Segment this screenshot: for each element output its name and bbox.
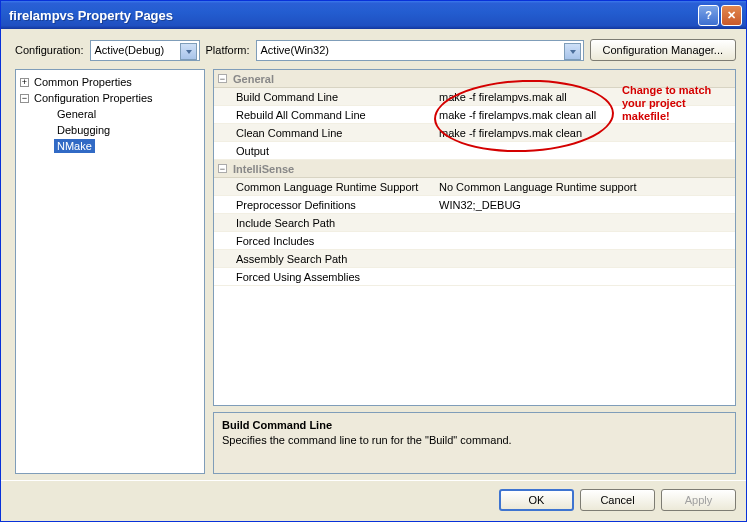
row-include-search[interactable]: Include Search Path	[214, 214, 735, 232]
minus-icon[interactable]: −	[20, 94, 29, 103]
plus-icon[interactable]: +	[20, 78, 29, 87]
tree-item-configuration-properties[interactable]: − Configuration Properties	[18, 90, 202, 106]
row-assembly-search[interactable]: Assembly Search Path	[214, 250, 735, 268]
row-forced-includes[interactable]: Forced Includes	[214, 232, 735, 250]
titlebar: firelampvs Property Pages ? ✕	[1, 1, 746, 29]
group-general[interactable]: − General	[214, 70, 735, 88]
row-preprocessor[interactable]: Preprocessor Definitions WIN32;_DEBUG	[214, 196, 735, 214]
cancel-button[interactable]: Cancel	[580, 489, 655, 511]
description-title: Build Command Line	[222, 419, 727, 431]
help-button[interactable]: ?	[698, 5, 719, 26]
window-title: firelampvs Property Pages	[9, 8, 698, 23]
ok-button[interactable]: OK	[499, 489, 574, 511]
row-clr-support[interactable]: Common Language Runtime Support No Commo…	[214, 178, 735, 196]
tree-item-debugging[interactable]: Debugging	[18, 122, 202, 138]
row-rebuild-command[interactable]: Rebuild All Command Line make -f firelam…	[214, 106, 735, 124]
row-forced-assemblies[interactable]: Forced Using Assemblies	[214, 268, 735, 286]
group-intellisense[interactable]: − IntelliSense	[214, 160, 735, 178]
platform-combo[interactable]: Active(Win32)	[256, 40, 584, 61]
configuration-combo[interactable]: Active(Debug)	[90, 40, 200, 61]
platform-label: Platform:	[206, 44, 250, 56]
close-button[interactable]: ✕	[721, 5, 742, 26]
categories-tree[interactable]: + Common Properties − Configuration Prop…	[15, 69, 205, 474]
configuration-label: Configuration:	[15, 44, 84, 56]
tree-item-common-properties[interactable]: + Common Properties	[18, 74, 202, 90]
row-build-command[interactable]: Build Command Line make -f firelampvs.ma…	[214, 88, 735, 106]
tree-item-general[interactable]: General	[18, 106, 202, 122]
configuration-manager-button[interactable]: Configuration Manager...	[590, 39, 736, 61]
row-clean-command[interactable]: Clean Command Line make -f firelampvs.ma…	[214, 124, 735, 142]
apply-button[interactable]: Apply	[661, 489, 736, 511]
property-pages-window: firelampvs Property Pages ? ✕ Configurat…	[0, 0, 747, 522]
description-panel: Build Command Line Specifies the command…	[213, 412, 736, 474]
minus-icon[interactable]: −	[218, 74, 227, 83]
tree-item-nmake[interactable]: NMake	[18, 138, 202, 154]
description-text: Specifies the command line to run for th…	[222, 434, 727, 446]
row-output[interactable]: Output	[214, 142, 735, 160]
dialog-footer: OK Cancel Apply	[1, 480, 746, 521]
toolbar: Configuration: Active(Debug) Platform: A…	[1, 29, 746, 69]
properties-grid[interactable]: − General Build Command Line make -f fir…	[213, 69, 736, 406]
minus-icon[interactable]: −	[218, 164, 227, 173]
